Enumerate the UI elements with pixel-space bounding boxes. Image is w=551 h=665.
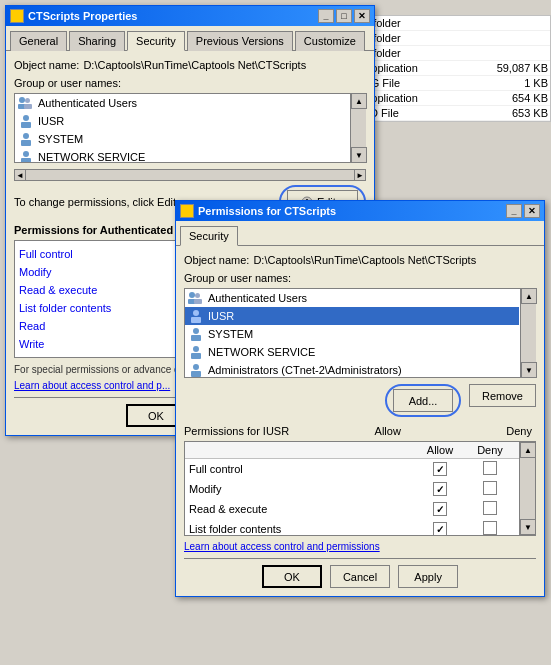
perm-list-item-iusr[interactable]: IUSR [185, 307, 519, 325]
permissions-security-tab[interactable]: Security [180, 226, 238, 246]
svg-rect-0 [19, 97, 25, 103]
scroll-down-button[interactable]: ▼ [351, 147, 367, 163]
add-button-oval: Add... [385, 384, 461, 417]
permissions-minimize-button[interactable]: _ [506, 204, 522, 218]
bg-file-row: Application654 KB [362, 91, 550, 106]
minimize-button[interactable]: _ [318, 9, 334, 23]
svg-rect-7 [21, 140, 31, 146]
svg-rect-9 [21, 158, 31, 163]
perm-scroll-down[interactable]: ▼ [521, 362, 537, 378]
perm-row-full-control: Full control [185, 459, 519, 479]
permissions-title-text: Permissions for CTScripts [180, 204, 336, 218]
user-name: SYSTEM [38, 133, 83, 145]
perm-list-item-auth[interactable]: Authenticated Users [185, 289, 519, 307]
perm-list-item-network[interactable]: NETWORK SERVICE [185, 343, 519, 361]
add-remove-row: Add... Remove [184, 384, 536, 417]
user-group-icon2 [188, 290, 204, 306]
modify-deny-checkbox[interactable] [483, 481, 497, 495]
perm-list-item-admins[interactable]: Administrators (CTnet-2\Administrators) [185, 361, 519, 378]
properties-tabs: General Sharing Security Previous Versio… [6, 26, 374, 51]
permissions-close-button[interactable]: ✕ [524, 204, 540, 218]
svg-rect-3 [24, 104, 32, 109]
read-execute-allow-checkbox[interactable] [433, 502, 447, 516]
tab-sharing[interactable]: Sharing [69, 31, 125, 51]
svg-rect-5 [21, 122, 31, 128]
h-scroll-track [26, 169, 354, 181]
list-folder-deny-checkbox[interactable] [483, 521, 497, 535]
perm-row-modify: Modify [185, 479, 519, 499]
user-list-scrollbar[interactable]: ▲ ▼ [350, 93, 366, 163]
list-item-system[interactable]: SYSTEM [15, 130, 349, 148]
permissions-ok-button[interactable]: OK [262, 565, 322, 588]
full-control-allow-checkbox[interactable] [433, 462, 447, 476]
user-icon3 [188, 326, 204, 342]
tab-security[interactable]: Security [127, 31, 185, 51]
perm-table-scroll-up[interactable]: ▲ [520, 442, 536, 458]
user-name: NETWORK SERVICE [38, 151, 145, 163]
bg-file-row: e folder [362, 31, 550, 46]
modify-allow-checkbox[interactable] [433, 482, 447, 496]
list-item-network-service[interactable]: NETWORK SERVICE [15, 148, 349, 163]
perm-table-scroll-down[interactable]: ▼ [520, 519, 536, 535]
full-control-deny-checkbox[interactable] [483, 461, 497, 475]
permissions-cancel-button[interactable]: Cancel [330, 565, 390, 588]
permissions-user-list[interactable]: Authenticated Users IUSR SYSTEM [184, 288, 536, 378]
perm-list-item-system[interactable]: SYSTEM [185, 325, 519, 343]
perm-row-label: Modify [189, 483, 415, 495]
group-label: Group or user names: [14, 77, 366, 89]
svg-point-19 [193, 346, 199, 352]
scroll-up-button[interactable]: ▲ [351, 93, 367, 109]
list-folder-allow-checkbox[interactable] [433, 522, 447, 536]
add-button[interactable]: Add... [393, 389, 453, 412]
permissions-window-icon [180, 204, 194, 218]
scroll-right-button[interactable]: ► [354, 169, 366, 181]
permissions-apply-button[interactable]: Apply [398, 565, 458, 588]
perm-table-header: Allow Deny [185, 442, 519, 459]
svg-point-8 [23, 151, 29, 157]
user-list[interactable]: Authenticated Users IUSR SYSTEM [14, 93, 366, 163]
bg-file-row: LD File653 KB [362, 106, 550, 121]
svg-rect-16 [191, 317, 201, 323]
permissions-for-label: Permissions for IUSR [184, 425, 289, 437]
perm-user-name: SYSTEM [208, 328, 253, 340]
object-value: D:\Captools\RunTime\Captools Net\CTScrip… [83, 59, 306, 71]
list-item-iusr[interactable]: IUSR [15, 112, 349, 130]
perm-list-scrollbar[interactable]: ▲ ▼ [520, 288, 536, 378]
permissions-object-value: D:\Captools\RunTime\Captools Net\CTScrip… [253, 254, 476, 266]
user-icon2 [188, 308, 204, 324]
list-item-authenticated-users[interactable]: Authenticated Users [15, 94, 349, 112]
svg-rect-11 [189, 292, 195, 298]
restore-button[interactable]: □ [336, 9, 352, 23]
permissions-dialog: Permissions for CTScripts _ ✕ Security O… [175, 200, 545, 597]
read-execute-deny-checkbox[interactable] [483, 501, 497, 515]
permissions-table-container: Allow Deny Full control Modify [184, 441, 536, 536]
close-button[interactable]: ✕ [354, 9, 370, 23]
perm-table-scrollbar[interactable]: ▲ ▼ [519, 442, 535, 535]
user-icon [18, 149, 34, 163]
object-name-row: Object name: D:\Captools\RunTime\Captool… [14, 59, 366, 71]
learn-link[interactable]: Learn about access control and p... [14, 380, 170, 391]
perm-scroll-up[interactable]: ▲ [521, 288, 537, 304]
scroll-left-button[interactable]: ◄ [14, 169, 26, 181]
svg-rect-20 [191, 353, 201, 359]
tab-previous-versions[interactable]: Previous Versions [187, 31, 293, 51]
permissions-title-bar: Permissions for CTScripts _ ✕ [176, 201, 544, 221]
user-name: Authenticated Users [38, 97, 137, 109]
allow-label: Allow [375, 425, 401, 437]
title-controls: _ □ ✕ [318, 9, 370, 23]
user-name: IUSR [38, 115, 64, 127]
tab-general[interactable]: General [10, 31, 67, 51]
window-icon [10, 9, 24, 23]
properties-title-bar: CTScripts Properties _ □ ✕ [6, 6, 374, 26]
permissions-learn-link[interactable]: Learn about access control and permissio… [184, 541, 380, 552]
svg-rect-14 [194, 299, 202, 304]
user-list-container: Authenticated Users IUSR SYSTEM [14, 93, 366, 163]
permissions-object-label: Object name: [184, 254, 249, 266]
learn-link-row: Learn about access control and permissio… [184, 540, 536, 552]
permissions-title-controls: _ ✕ [506, 204, 540, 218]
svg-point-4 [23, 115, 29, 121]
remove-button[interactable]: Remove [469, 384, 536, 407]
bg-file-row: FG File1 KB [362, 76, 550, 91]
tab-customize[interactable]: Customize [295, 31, 365, 51]
perm-user-name: Administrators (CTnet-2\Administrators) [208, 364, 402, 376]
